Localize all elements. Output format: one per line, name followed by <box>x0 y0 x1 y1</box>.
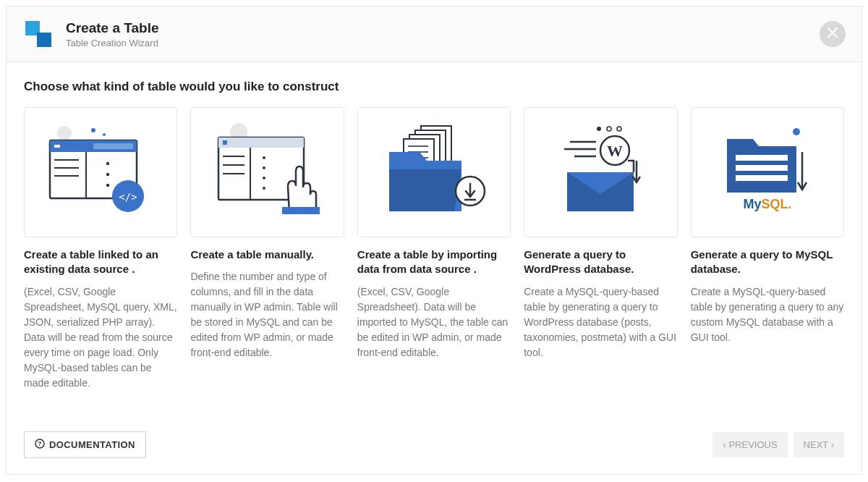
card-title: Generate a query to MySQL database. <box>691 248 844 277</box>
svg-rect-53 <box>736 175 788 181</box>
card-desc: (Excel, CSV, Google Spreadsheet, MySQL q… <box>24 284 177 391</box>
svg-rect-52 <box>736 165 788 171</box>
card-row: </> Create a table linked to an existing… <box>24 107 844 391</box>
svg-text:?: ? <box>38 440 42 447</box>
page-title: Create a Table <box>66 20 158 36</box>
card-linked-source: </> Create a table linked to an existing… <box>24 107 177 391</box>
svg-point-4 <box>103 133 106 136</box>
wordpress-query-illustration-icon: W <box>542 120 658 224</box>
svg-point-28 <box>263 177 265 179</box>
card-mysql-query: MySQL. Generate a query to MySQL databas… <box>691 107 844 391</box>
svg-point-27 <box>263 166 265 169</box>
previous-label: PREVIOUS <box>728 439 777 450</box>
svg-point-42 <box>607 127 611 131</box>
next-button[interactable]: NEXT › <box>793 432 844 457</box>
svg-point-43 <box>617 127 621 131</box>
card-manual: Create a table manually. Define the numb… <box>190 107 344 391</box>
svg-rect-7 <box>54 145 60 148</box>
svg-point-14 <box>106 173 109 176</box>
footer: ? DOCUMENTATION ‹ PREVIOUS NEXT › <box>7 418 861 474</box>
svg-rect-30 <box>282 207 320 214</box>
chevron-right-icon: › <box>831 439 834 450</box>
card-title: Create a table by importing data from da… <box>357 248 511 277</box>
card-option-manual[interactable] <box>190 107 344 237</box>
wizard-panel: Create a Table Table Creation Wizard Cho… <box>6 6 862 475</box>
svg-text:W: W <box>607 142 623 160</box>
svg-point-41 <box>597 127 601 131</box>
svg-point-26 <box>263 156 265 159</box>
card-option-linked-source[interactable]: </> <box>24 107 177 237</box>
svg-point-50 <box>793 128 800 135</box>
header-text: Create a Table Table Creation Wizard <box>66 20 158 48</box>
manual-illustration-icon <box>210 120 326 224</box>
section-heading: Choose what kind of table would you like… <box>24 80 844 94</box>
card-title: Generate a query to WordPress database. <box>524 248 677 277</box>
header: Create a Table Table Creation Wizard <box>7 7 861 62</box>
svg-point-2 <box>57 126 72 140</box>
svg-text:MySQL.: MySQL. <box>743 197 791 211</box>
svg-point-13 <box>106 162 109 165</box>
svg-point-15 <box>106 184 109 187</box>
card-desc: Create a MySQL-query-based table by gene… <box>691 284 844 345</box>
close-button[interactable] <box>820 21 846 47</box>
mysql-query-illustration-icon: MySQL. <box>710 120 825 224</box>
wizard-logo-icon <box>24 20 53 48</box>
card-desc: (Excel, CSV, Google Spreadsheet). Data w… <box>357 284 511 360</box>
linked-source-illustration-icon: </> <box>43 120 158 224</box>
card-desc: Define the number and type of columns, a… <box>190 269 344 360</box>
svg-text:</>: </> <box>119 191 137 203</box>
card-wp-query: W Generate a query t <box>524 107 677 391</box>
chevron-left-icon: ‹ <box>723 439 726 450</box>
svg-rect-21 <box>223 140 227 145</box>
previous-button[interactable]: ‹ PREVIOUS <box>712 432 787 457</box>
card-import: Create a table by importing data from da… <box>357 107 511 391</box>
documentation-button[interactable]: ? DOCUMENTATION <box>24 431 146 458</box>
svg-rect-20 <box>218 138 304 148</box>
card-option-mysql-query[interactable]: MySQL. <box>691 107 844 237</box>
card-desc: Create a MySQL-query-based table by gene… <box>524 284 677 360</box>
card-option-wp-query[interactable]: W <box>524 107 677 237</box>
page-subtitle: Table Creation Wizard <box>66 38 158 48</box>
card-option-import[interactable] <box>357 107 511 237</box>
svg-point-29 <box>263 187 265 190</box>
documentation-label: DOCUMENTATION <box>49 439 135 450</box>
next-label: NEXT <box>804 439 828 450</box>
content: Choose what kind of table would you like… <box>7 62 861 418</box>
svg-rect-51 <box>736 155 788 161</box>
card-title: Create a table manually. <box>190 248 344 262</box>
card-title: Create a table linked to an existing dat… <box>24 248 177 277</box>
svg-rect-1 <box>37 33 51 47</box>
svg-point-3 <box>91 128 95 132</box>
help-icon: ? <box>35 439 45 451</box>
close-icon <box>827 28 838 41</box>
import-illustration-icon <box>376 120 492 224</box>
svg-rect-8 <box>93 143 133 149</box>
